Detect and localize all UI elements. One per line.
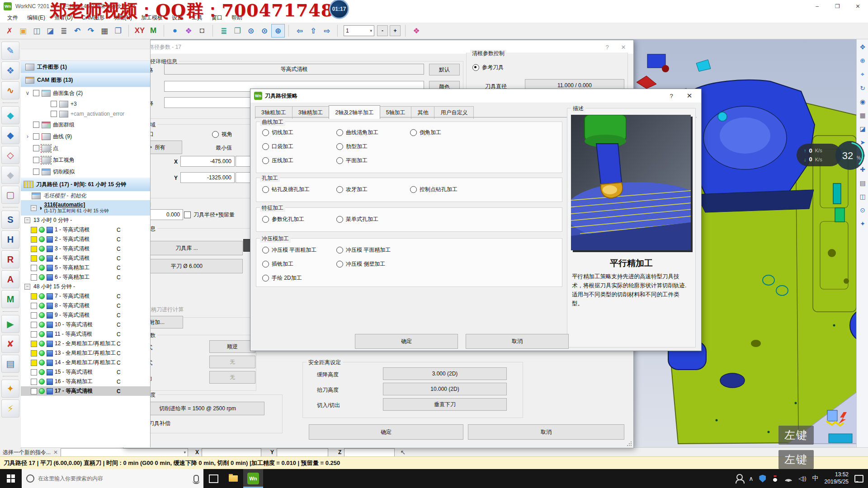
node-checkbox[interactable] <box>33 145 39 151</box>
toolbar-icon[interactable]: ⇧ <box>307 24 320 38</box>
left-strip-icon[interactable]: ◇ <box>1 146 19 164</box>
toolbar-icon[interactable]: ⊙ <box>258 24 271 38</box>
y-min-field[interactable]: -1325.000 <box>180 172 235 183</box>
color-mark-checkbox[interactable] <box>31 331 37 338</box>
security-shield-icon[interactable] <box>759 475 766 483</box>
tree-node[interactable]: +3 <box>21 99 150 109</box>
x-min-field[interactable]: -475.000 <box>180 156 235 167</box>
mode-button[interactable]: 顺逆 <box>209 340 255 353</box>
expand-arrow-icon[interactable]: › <box>24 133 31 140</box>
strategy-radio[interactable]: 压线加工 <box>262 157 336 164</box>
toolbar-icon[interactable]: ⇨ <box>320 24 334 38</box>
ref-tool-radio[interactable]: 参考刀具 <box>472 64 504 71</box>
start-button[interactable] <box>0 469 22 488</box>
color-mark-checkbox[interactable] <box>31 379 37 385</box>
toolbar-icon[interactable]: ❐ <box>231 24 244 38</box>
toolbar-icon[interactable]: ↷ <box>84 24 98 38</box>
color-mark-checkbox[interactable] <box>31 322 37 328</box>
zoom-level-select[interactable]: 1 ▾ <box>344 25 374 36</box>
strategy-radio[interactable]: 控制点钻孔加工 <box>410 186 556 193</box>
collapse-icon[interactable]: – <box>31 205 37 211</box>
toolpath-row[interactable]: 8 - 等高式清根 C <box>21 301 150 310</box>
right-strip-icon[interactable]: ⌖ <box>861 70 864 78</box>
tree-header[interactable]: 工件图形 (1) <box>21 61 150 73</box>
right-strip-icon[interactable]: ▤ <box>859 179 865 187</box>
node-checkbox[interactable] <box>51 111 57 117</box>
close-button[interactable]: ✕ <box>848 0 868 13</box>
zoom-out-button[interactable]: - <box>377 25 388 36</box>
right-strip-icon[interactable]: ⊕ <box>860 57 865 64</box>
toolbar-icon[interactable]: ● <box>168 24 182 38</box>
x-max-field[interactable] <box>236 156 252 167</box>
right-strip-icon[interactable]: ⊙ <box>860 206 865 214</box>
leadin-button[interactable]: 垂直下刀 <box>383 398 507 411</box>
color-mark-checkbox[interactable] <box>31 274 37 281</box>
program-row[interactable]: – ◑ 3116[automatic] (1-17) 加工时间 61 小时 15… <box>21 200 150 216</box>
toolpath-row[interactable]: 1 - 等高式清根 C <box>21 225 150 235</box>
color-mark-checkbox[interactable] <box>31 388 37 394</box>
notification-center-icon[interactable] <box>854 475 863 483</box>
view-radio[interactable]: 视角 <box>212 131 232 138</box>
y-coord-field[interactable] <box>277 448 328 457</box>
right-strip-icon[interactable]: ✥ <box>860 43 865 51</box>
tree-node[interactable]: 曲面群组 <box>21 119 150 131</box>
tree-node[interactable]: 加工视角 <box>21 154 150 166</box>
task-view-button[interactable] <box>203 469 223 488</box>
toolpath-row[interactable]: 16 - 等高精加工 C <box>21 377 150 386</box>
toolpath-section-header[interactable]: 刀具路径 (17) - 时间: 61 小时 15 分钟 <box>21 178 150 191</box>
strategy-radio[interactable]: 冲压模 侧壁加工 <box>336 260 410 268</box>
toolpath-row[interactable]: 7 - 等高式清根 C <box>21 291 150 301</box>
toolpath-row[interactable]: 5 - 等高精加工 C <box>21 263 150 272</box>
ime-indicator[interactable]: 中 <box>812 474 819 483</box>
left-strip-icon[interactable]: M <box>1 290 19 308</box>
minimize-button[interactable]: – <box>807 0 827 13</box>
left-strip-icon[interactable]: ◆ <box>1 166 19 184</box>
toolbar-icon[interactable]: M <box>146 24 160 38</box>
ok-button[interactable]: 确定 <box>355 334 458 349</box>
strategy-radio[interactable]: 倒角加工 <box>410 129 556 136</box>
strategy-radio[interactable]: 参数化孔加工 <box>262 216 336 223</box>
default-button[interactable]: 默认 <box>429 64 460 75</box>
toolpath-row[interactable]: 6 - 等高精加工 C <box>21 272 150 282</box>
tree-node[interactable]: ∨ 曲面集合 (2) <box>21 87 150 99</box>
toolpath-row[interactable]: – 48 小时 15 分钟 - <box>21 282 150 291</box>
menu-item[interactable]: 文件 <box>3 13 23 23</box>
taskbar-clock[interactable]: 13:52 2019/5/25 <box>825 471 849 485</box>
toolbar-icon[interactable]: ⇦ <box>293 24 307 38</box>
cancel-button[interactable]: 取消 <box>468 424 624 440</box>
toolpath-row[interactable]: 9 - 等高式清根 C <box>21 310 150 320</box>
toolpath-row[interactable]: 15 - 等高式清根 C <box>21 367 150 377</box>
node-checkbox[interactable] <box>33 90 39 96</box>
left-strip-icon[interactable]: ✦ <box>1 380 19 398</box>
strategy-radio[interactable]: 钻孔及搪孔加工 <box>262 186 336 193</box>
tree-node[interactable]: 点 <box>21 142 150 154</box>
toolbar-icon[interactable]: ❐ <box>111 24 125 38</box>
color-mark-checkbox[interactable] <box>31 265 37 271</box>
cancel-button[interactable]: 取消 <box>466 334 569 349</box>
node-checkbox[interactable] <box>33 122 39 128</box>
file-explorer-button[interactable] <box>223 469 243 488</box>
microphone-icon[interactable] <box>193 475 199 483</box>
toolbar-icon[interactable]: ✗ <box>3 24 16 38</box>
right-strip-icon[interactable]: ◫ <box>859 193 865 200</box>
x-coord-field[interactable] <box>202 448 261 457</box>
close-icon[interactable]: ✕ <box>53 449 58 455</box>
color-mark-checkbox[interactable] <box>31 350 37 357</box>
left-strip-icon[interactable]: ▢ <box>1 186 19 204</box>
node-checkbox[interactable] <box>33 169 39 175</box>
tree-node[interactable]: 切削模拟 <box>21 166 150 178</box>
toolpath-row[interactable]: – 13 小时 0 分钟 - <box>21 216 150 225</box>
strategy-radio[interactable]: 攻牙加工 <box>336 186 410 193</box>
tree-node[interactable]: › 曲线 (9) <box>21 131 150 142</box>
strategy-tab[interactable]: 2轴及2轴半加工 <box>329 105 380 119</box>
toolbar-icon[interactable]: ⊙ <box>244 24 258 38</box>
strategy-radio[interactable]: 切线加工 <box>262 129 336 136</box>
toolbar-icon[interactable]: ◪ <box>43 24 57 38</box>
left-strip-icon[interactable]: ❖ <box>1 61 19 80</box>
workNC-taskbar-button[interactable]: Wn <box>243 469 263 488</box>
right-strip-icon[interactable]: ✦ <box>860 220 865 227</box>
toolbar-icon[interactable]: XY <box>133 24 146 38</box>
node-checkbox[interactable] <box>51 101 57 107</box>
tool-radius-check[interactable]: 刀具半径+预留量 <box>184 211 235 219</box>
toolpath-row[interactable]: 11 - 等高式清根 C <box>21 329 150 339</box>
